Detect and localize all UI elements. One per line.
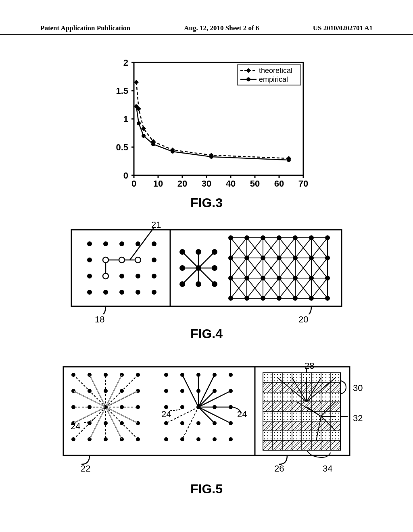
header-right: US 2010/0202701 A1 (313, 24, 373, 32)
svg-point-70 (179, 281, 185, 287)
xtick-20: 20 (177, 179, 187, 189)
figure-3: 0 0.5 1 1.5 2 0 10 20 30 40 50 60 70 the… (0, 58, 413, 212)
svg-line-56 (182, 252, 198, 268)
svg-point-28 (142, 134, 146, 138)
xtick-60: 60 (274, 179, 284, 189)
svg-point-135 (244, 276, 249, 281)
svg-point-35 (87, 241, 92, 246)
svg-point-48 (119, 290, 124, 295)
svg-line-183 (90, 375, 106, 407)
svg-point-36 (103, 241, 108, 246)
svg-point-128 (244, 256, 249, 260)
svg-point-38 (136, 241, 140, 246)
svg-point-136 (261, 276, 265, 281)
xtick-30: 30 (202, 179, 211, 189)
svg-marker-19 (134, 80, 139, 85)
svg-line-63 (198, 268, 215, 284)
series-theoretical (134, 80, 291, 161)
ytick-0: 0 (123, 170, 128, 181)
svg-point-129 (261, 256, 265, 260)
ref-30: 30 (353, 383, 363, 393)
svg-point-214 (164, 421, 168, 425)
svg-point-71 (196, 281, 201, 287)
header-center: Aug. 12, 2010 Sheet 2 of 6 (184, 24, 259, 32)
series-empirical (134, 104, 291, 162)
svg-line-192 (106, 375, 138, 407)
svg-point-51 (103, 273, 108, 279)
svg-point-32 (287, 158, 291, 162)
xtick-70: 70 (298, 179, 308, 189)
svg-line-226 (198, 375, 215, 407)
svg-point-130 (277, 256, 282, 260)
header-left: Patent Application Publication (40, 24, 130, 32)
svg-point-220 (180, 437, 184, 441)
svg-point-64 (179, 249, 185, 255)
svg-point-127 (228, 256, 233, 260)
ref-24b: 24 (161, 409, 171, 420)
svg-point-27 (137, 121, 141, 125)
svg-point-30 (171, 150, 175, 154)
svg-point-205 (180, 389, 184, 393)
svg-line-231 (198, 407, 215, 423)
svg-point-123 (277, 235, 282, 240)
svg-line-191 (73, 375, 106, 407)
svg-line-184 (106, 375, 122, 407)
ref-34: 34 (323, 463, 332, 474)
svg-point-139 (309, 276, 314, 281)
fig4-label: FIG.4 (0, 326, 413, 341)
svg-line-186 (106, 391, 138, 407)
svg-line-230 (198, 407, 231, 423)
svg-line-194 (106, 407, 138, 439)
svg-point-47 (103, 290, 108, 295)
svg-point-52 (103, 257, 108, 263)
fig4-panel-20 (228, 235, 330, 301)
svg-point-144 (277, 296, 282, 301)
svg-line-224 (182, 375, 198, 407)
svg-point-65 (196, 249, 201, 255)
svg-point-37 (119, 241, 124, 246)
svg-point-54 (135, 257, 141, 263)
svg-point-39 (152, 241, 156, 246)
svg-point-137 (277, 276, 282, 281)
svg-point-203 (229, 373, 233, 377)
svg-line-58 (198, 252, 215, 268)
xtick-10: 10 (153, 179, 163, 189)
ref-24c: 24 (237, 409, 247, 420)
ytick-05: 0.5 (116, 142, 128, 152)
svg-point-222 (213, 437, 217, 441)
ref-20: 20 (298, 314, 308, 325)
ytick-15: 1.5 (116, 86, 128, 96)
svg-point-120 (228, 235, 233, 240)
svg-point-143 (261, 296, 265, 301)
ref-28: 28 (305, 361, 314, 371)
svg-line-228 (198, 391, 231, 407)
figure-4: 21 (0, 226, 413, 347)
svg-point-199 (164, 373, 168, 377)
svg-point-43 (119, 274, 124, 278)
svg-point-44 (136, 274, 140, 278)
svg-line-188 (106, 407, 138, 423)
ref-18: 18 (95, 314, 104, 325)
svg-point-67 (179, 265, 185, 271)
svg-point-138 (293, 276, 298, 281)
svg-point-215 (180, 421, 184, 425)
svg-point-124 (293, 235, 298, 240)
ref-32: 32 (353, 413, 363, 424)
fig5-panel-middle (164, 373, 241, 441)
page-header: Patent Application Publication Aug. 12, … (0, 24, 413, 35)
svg-point-31 (209, 155, 213, 159)
svg-line-55 (130, 227, 154, 260)
legend-theoretical: theoretical (259, 66, 292, 75)
svg-point-147 (325, 296, 330, 301)
svg-point-209 (164, 405, 168, 409)
svg-point-133 (325, 256, 330, 260)
svg-point-42 (87, 274, 92, 278)
svg-point-146 (309, 296, 314, 301)
ref-26: 26 (274, 463, 284, 474)
svg-point-68 (196, 265, 201, 271)
xtick-0: 0 (131, 179, 136, 189)
svg-point-132 (309, 256, 314, 260)
svg-line-189 (90, 407, 106, 439)
ref-24a: 24 (71, 421, 80, 432)
fig4-panel-18 (87, 227, 156, 295)
